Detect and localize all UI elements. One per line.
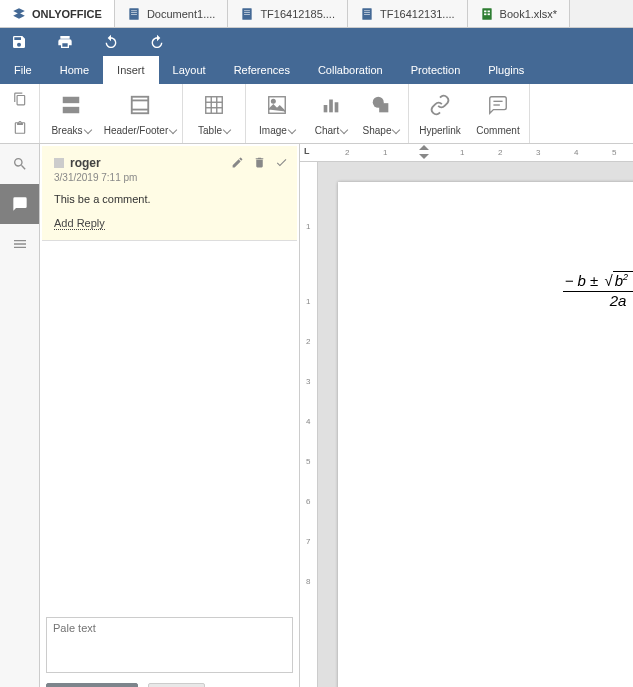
- hanging-indent-marker-icon[interactable]: [419, 154, 429, 159]
- breaks-label: Breaks: [51, 125, 82, 136]
- ruler-tick: 8: [306, 577, 310, 586]
- ruler-tick: 1: [383, 148, 387, 157]
- comment-button[interactable]: Comment: [469, 88, 527, 139]
- menu-collaboration[interactable]: Collaboration: [304, 56, 397, 84]
- ruler-tick: 6: [306, 497, 310, 506]
- chart-label: Chart: [315, 125, 339, 136]
- comments-panel: roger 3/31/2019 7:11 pm This be a commen…: [40, 144, 300, 687]
- author-name: roger: [70, 156, 101, 170]
- image-label: Image: [259, 125, 287, 136]
- svg-rect-6: [244, 12, 250, 13]
- header-footer-button[interactable]: Header/Footer: [100, 88, 180, 139]
- ruler-tick: 4: [574, 148, 578, 157]
- comments-panel-button[interactable]: [0, 184, 39, 224]
- image-button[interactable]: Image: [248, 88, 306, 139]
- svg-rect-29: [324, 105, 328, 112]
- document-page[interactable]: − b ± b2 − 4ac 2a: [338, 182, 633, 687]
- horizontal-ruler[interactable]: L 2 1 1 2 3 4 5: [300, 144, 633, 162]
- svg-rect-30: [329, 100, 333, 113]
- add-reply-link[interactable]: Add Reply: [54, 217, 105, 230]
- print-button[interactable]: [54, 31, 76, 53]
- document-area[interactable]: L 2 1 1 2 3 4 5 1 1 2 3 4 5 6 7 8 − b ± …: [300, 144, 633, 687]
- shape-icon: [370, 91, 392, 119]
- hyperlink-button[interactable]: Hyperlink: [411, 88, 469, 139]
- menu-plugins[interactable]: Plugins: [474, 56, 538, 84]
- brand-tab[interactable]: ONLYOFFICE: [0, 0, 115, 27]
- svg-rect-15: [484, 13, 486, 15]
- svg-rect-12: [482, 8, 491, 20]
- ruler-tick: 7: [306, 537, 310, 546]
- menu-insert[interactable]: Insert: [103, 56, 159, 84]
- menu-bar: File Home Insert Layout References Colla…: [0, 56, 633, 84]
- comment-label: Comment: [476, 125, 519, 136]
- svg-rect-14: [487, 10, 489, 12]
- tab-label: TF16412131....: [380, 8, 455, 20]
- menu-layout[interactable]: Layout: [159, 56, 220, 84]
- ruler-tick: 3: [536, 148, 540, 157]
- redo-button[interactable]: [146, 31, 168, 53]
- ruler-tick: 5: [612, 148, 616, 157]
- svg-point-28: [272, 100, 276, 104]
- shape-label: Shape: [363, 125, 392, 136]
- svg-rect-13: [484, 10, 486, 12]
- undo-button[interactable]: [100, 31, 122, 53]
- ruler-tick: 1: [306, 222, 310, 231]
- shape-button[interactable]: Shape: [356, 88, 406, 139]
- navigation-panel-button[interactable]: [0, 224, 39, 264]
- table-button[interactable]: Table: [185, 88, 243, 139]
- edit-comment-button[interactable]: [229, 154, 245, 170]
- chevron-down-icon: [223, 125, 231, 133]
- document-icon: [240, 7, 254, 21]
- ruler-tick: 2: [345, 148, 349, 157]
- menu-home[interactable]: Home: [46, 56, 103, 84]
- comment-card[interactable]: roger 3/31/2019 7:11 pm This be a commen…: [42, 146, 297, 241]
- comments-scroll-area: [40, 243, 299, 611]
- comment-textarea[interactable]: [46, 617, 293, 673]
- svg-rect-22: [206, 97, 223, 114]
- tab-book1[interactable]: Book1.xlsx*: [468, 0, 570, 27]
- copy-button[interactable]: [0, 84, 39, 114]
- indent-marker-icon[interactable]: [419, 145, 429, 150]
- svg-rect-1: [131, 10, 137, 11]
- menu-references[interactable]: References: [220, 56, 304, 84]
- ribbon: Breaks Header/Footer Table Image Chart S…: [0, 84, 633, 144]
- svg-rect-9: [364, 10, 370, 11]
- cancel-comment-button[interactable]: Cancel: [148, 683, 204, 687]
- menu-protection[interactable]: Protection: [397, 56, 475, 84]
- tab-label: Book1.xlsx*: [500, 8, 557, 20]
- chart-button[interactable]: Chart: [306, 88, 356, 139]
- svg-rect-33: [379, 103, 388, 112]
- svg-rect-11: [364, 14, 370, 15]
- svg-rect-7: [244, 14, 250, 15]
- svg-rect-10: [364, 12, 370, 13]
- svg-rect-2: [131, 12, 137, 13]
- quick-access-bar: [0, 28, 633, 56]
- header-footer-label: Header/Footer: [104, 125, 168, 136]
- comment-text: This be a comment.: [54, 193, 285, 205]
- search-panel-button[interactable]: [0, 144, 39, 184]
- svg-rect-18: [63, 107, 80, 113]
- hyperlink-icon: [429, 91, 451, 119]
- breaks-button[interactable]: Breaks: [42, 88, 100, 139]
- add-comment-button[interactable]: Add Comment: [46, 683, 138, 687]
- menu-file[interactable]: File: [0, 56, 46, 84]
- delete-comment-button[interactable]: [251, 154, 267, 170]
- equation[interactable]: − b ± b2 − 4ac 2a: [418, 272, 633, 309]
- left-sidebar: [0, 144, 40, 687]
- ruler-tick: 2: [306, 337, 310, 346]
- tab-tf16412185[interactable]: TF16412185....: [228, 0, 348, 27]
- resolve-comment-button[interactable]: [273, 154, 289, 170]
- brand-label: ONLYOFFICE: [32, 8, 102, 20]
- document-icon: [360, 7, 374, 21]
- paste-button[interactable]: [0, 114, 39, 144]
- tab-label: TF16412185....: [260, 8, 335, 20]
- author-avatar: [54, 158, 64, 168]
- vertical-ruler[interactable]: 1 1 2 3 4 5 6 7 8: [300, 162, 318, 687]
- tab-document1[interactable]: Document1....: [115, 0, 228, 27]
- tab-tf16412131[interactable]: TF16412131....: [348, 0, 468, 27]
- ruler-tick: 1: [306, 297, 310, 306]
- svg-rect-3: [131, 14, 137, 15]
- comment-actions: [229, 154, 289, 170]
- save-button[interactable]: [8, 31, 30, 53]
- tab-label: Document1....: [147, 8, 215, 20]
